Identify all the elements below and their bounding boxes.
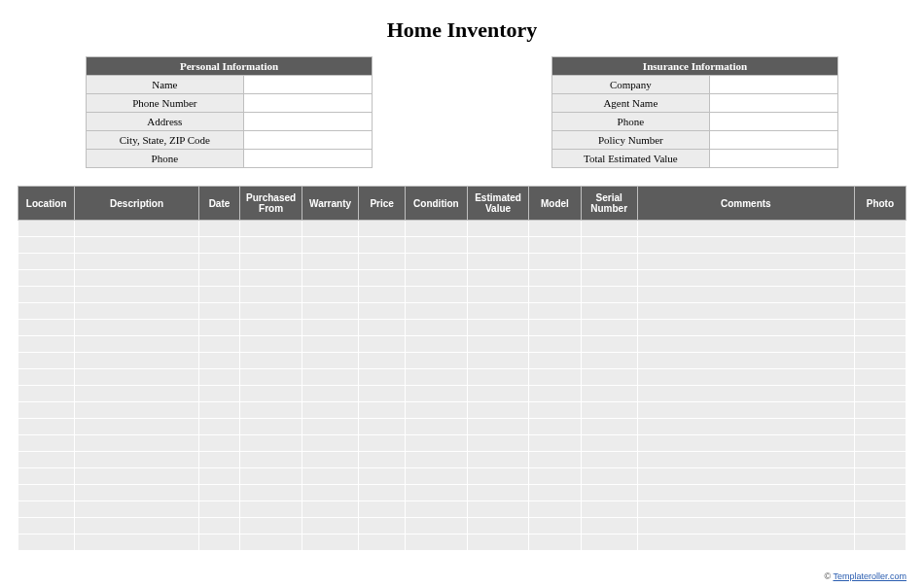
inventory-cell[interactable] (467, 386, 529, 402)
inventory-cell[interactable] (637, 485, 854, 501)
inventory-cell[interactable] (467, 535, 529, 551)
inventory-cell[interactable] (467, 303, 529, 320)
inventory-cell[interactable] (302, 353, 358, 369)
inventory-cell[interactable] (637, 254, 854, 270)
inventory-cell[interactable] (18, 386, 75, 402)
inventory-cell[interactable] (406, 435, 468, 452)
inventory-cell[interactable] (198, 386, 239, 402)
inventory-cell[interactable] (406, 402, 468, 419)
inventory-cell[interactable] (637, 468, 854, 485)
insurance-value[interactable] (709, 150, 837, 168)
inventory-cell[interactable] (240, 237, 302, 254)
inventory-cell[interactable] (581, 518, 637, 535)
inventory-cell[interactable] (198, 468, 239, 485)
inventory-cell[interactable] (581, 468, 637, 485)
inventory-cell[interactable] (854, 353, 906, 369)
insurance-value[interactable] (709, 94, 837, 113)
inventory-cell[interactable] (359, 221, 406, 237)
inventory-cell[interactable] (18, 320, 75, 336)
inventory-cell[interactable] (198, 435, 239, 452)
inventory-cell[interactable] (75, 535, 198, 551)
inventory-cell[interactable] (406, 452, 468, 468)
inventory-cell[interactable] (359, 303, 406, 320)
inventory-cell[interactable] (198, 402, 239, 419)
inventory-cell[interactable] (406, 369, 468, 386)
inventory-cell[interactable] (302, 369, 358, 386)
inventory-cell[interactable] (359, 237, 406, 254)
inventory-cell[interactable] (529, 452, 581, 468)
inventory-cell[interactable] (854, 468, 906, 485)
inventory-cell[interactable] (240, 386, 302, 402)
inventory-cell[interactable] (854, 287, 906, 303)
inventory-cell[interactable] (529, 287, 581, 303)
inventory-cell[interactable] (581, 303, 637, 320)
inventory-cell[interactable] (198, 303, 239, 320)
personal-value[interactable] (243, 94, 372, 113)
inventory-cell[interactable] (198, 369, 239, 386)
inventory-cell[interactable] (854, 386, 906, 402)
inventory-cell[interactable] (240, 287, 302, 303)
inventory-cell[interactable] (198, 287, 239, 303)
inventory-cell[interactable] (637, 386, 854, 402)
inventory-cell[interactable] (75, 336, 198, 353)
inventory-cell[interactable] (854, 369, 906, 386)
inventory-cell[interactable] (406, 336, 468, 353)
inventory-cell[interactable] (18, 270, 75, 287)
inventory-cell[interactable] (359, 501, 406, 518)
inventory-cell[interactable] (529, 320, 581, 336)
inventory-cell[interactable] (467, 419, 529, 435)
inventory-cell[interactable] (75, 386, 198, 402)
inventory-cell[interactable] (75, 402, 198, 419)
inventory-cell[interactable] (240, 402, 302, 419)
inventory-cell[interactable] (240, 501, 302, 518)
inventory-cell[interactable] (359, 485, 406, 501)
inventory-cell[interactable] (18, 221, 75, 237)
inventory-cell[interactable] (854, 402, 906, 419)
inventory-cell[interactable] (854, 254, 906, 270)
inventory-cell[interactable] (854, 237, 906, 254)
inventory-cell[interactable] (75, 468, 198, 485)
inventory-cell[interactable] (18, 468, 75, 485)
inventory-cell[interactable] (18, 535, 75, 551)
inventory-cell[interactable] (359, 518, 406, 535)
inventory-cell[interactable] (18, 287, 75, 303)
inventory-cell[interactable] (529, 369, 581, 386)
inventory-cell[interactable] (581, 336, 637, 353)
source-link[interactable]: Templateroller.com (833, 571, 906, 581)
inventory-cell[interactable] (359, 386, 406, 402)
inventory-cell[interactable] (637, 237, 854, 254)
inventory-cell[interactable] (18, 435, 75, 452)
inventory-cell[interactable] (75, 518, 198, 535)
inventory-cell[interactable] (637, 452, 854, 468)
inventory-cell[interactable] (581, 485, 637, 501)
inventory-cell[interactable] (467, 452, 529, 468)
inventory-cell[interactable] (240, 435, 302, 452)
inventory-cell[interactable] (240, 270, 302, 287)
inventory-cell[interactable] (581, 386, 637, 402)
inventory-cell[interactable] (581, 320, 637, 336)
inventory-cell[interactable] (240, 485, 302, 501)
inventory-cell[interactable] (467, 287, 529, 303)
inventory-cell[interactable] (75, 287, 198, 303)
inventory-cell[interactable] (18, 237, 75, 254)
inventory-cell[interactable] (359, 320, 406, 336)
inventory-cell[interactable] (467, 402, 529, 419)
inventory-cell[interactable] (581, 501, 637, 518)
inventory-cell[interactable] (529, 386, 581, 402)
inventory-cell[interactable] (854, 452, 906, 468)
inventory-cell[interactable] (854, 485, 906, 501)
inventory-cell[interactable] (302, 320, 358, 336)
inventory-cell[interactable] (581, 369, 637, 386)
inventory-cell[interactable] (637, 353, 854, 369)
inventory-cell[interactable] (637, 501, 854, 518)
inventory-cell[interactable] (406, 221, 468, 237)
inventory-cell[interactable] (198, 336, 239, 353)
inventory-cell[interactable] (240, 353, 302, 369)
inventory-cell[interactable] (302, 336, 358, 353)
insurance-value[interactable] (709, 131, 837, 150)
inventory-cell[interactable] (467, 270, 529, 287)
inventory-cell[interactable] (240, 468, 302, 485)
inventory-cell[interactable] (198, 485, 239, 501)
inventory-cell[interactable] (359, 270, 406, 287)
personal-value[interactable] (243, 113, 372, 131)
